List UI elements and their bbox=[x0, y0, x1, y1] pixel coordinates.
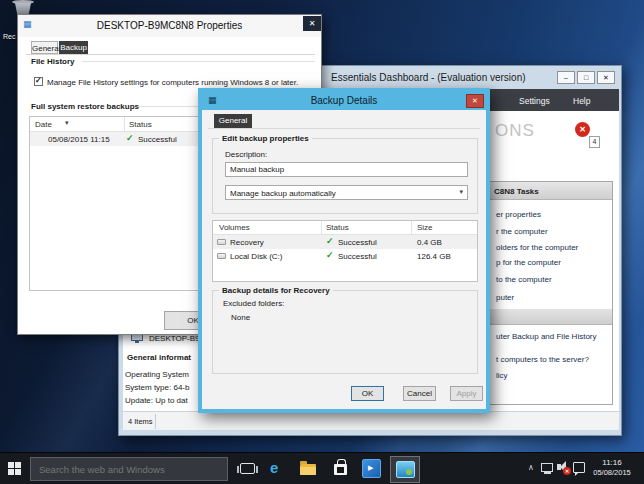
properties-titlebar: ▦ DESKTOP-B9MC8N8 Properties bbox=[18, 15, 321, 37]
info-system-type: System type: 64-b bbox=[125, 383, 189, 392]
column-status[interactable]: Status bbox=[326, 223, 349, 232]
file-history-heading: File History bbox=[31, 57, 75, 66]
dashboard-app-icon bbox=[396, 461, 415, 478]
column-status[interactable]: Status bbox=[129, 120, 152, 129]
task-link[interactable]: licy bbox=[496, 371, 508, 380]
close-button[interactable]: ✕ bbox=[466, 94, 484, 108]
maximize-button[interactable]: □ bbox=[577, 71, 595, 84]
edge-icon[interactable]: e bbox=[270, 459, 278, 476]
task-link[interactable]: puter bbox=[496, 293, 514, 302]
excluded-folders-value: None bbox=[231, 313, 250, 322]
minimize-button[interactable]: – bbox=[557, 71, 575, 84]
volume-icon bbox=[217, 239, 226, 245]
volumes-table: Volumes Status Size Recovery ✓ Successfu… bbox=[212, 220, 478, 282]
task-link[interactable]: p for the computer bbox=[496, 258, 561, 267]
alert-count-badge[interactable]: 4 bbox=[589, 136, 600, 148]
column-date[interactable]: Date bbox=[35, 120, 52, 129]
search-input[interactable] bbox=[30, 457, 228, 481]
column-divider bbox=[124, 117, 125, 132]
properties-window-title: DESKTOP-B9MC8N8 Properties bbox=[18, 20, 321, 31]
start-button[interactable] bbox=[8, 462, 21, 475]
store-button[interactable] bbox=[334, 464, 347, 475]
error-badge-icon: ✕ bbox=[575, 122, 590, 137]
task-link[interactable]: uter Backup and File History bbox=[496, 332, 597, 341]
backup-status: Successful bbox=[138, 135, 177, 144]
recycle-bin-label: Rec bbox=[3, 33, 15, 40]
dropdown-arrow-icon: ▾ bbox=[459, 188, 463, 196]
backup-details-heading: Backup details for Recovery bbox=[219, 286, 333, 295]
task-view-icon bbox=[240, 463, 255, 474]
volume-name: Local Disk (C:) bbox=[230, 252, 282, 261]
success-check-icon: ✓ bbox=[326, 237, 334, 246]
volume-icon bbox=[217, 253, 226, 259]
general-info-heading: General informat bbox=[127, 353, 191, 362]
file-explorer-button[interactable] bbox=[300, 464, 316, 475]
edit-backup-group: Edit backup properties Description: Mana… bbox=[212, 138, 478, 214]
network-tray-button[interactable] bbox=[541, 463, 553, 472]
success-check-icon: ✓ bbox=[126, 134, 134, 143]
tab-backup[interactable]: Backup bbox=[59, 41, 88, 54]
ok-button[interactable]: OK bbox=[351, 386, 384, 401]
description-input[interactable] bbox=[225, 162, 468, 177]
tab-divider bbox=[26, 54, 315, 55]
table-row[interactable]: Local Disk (C:) ✓ Successful 126.4 GB bbox=[213, 249, 477, 263]
backup-details-group: Backup details for Recovery Excluded fol… bbox=[212, 290, 478, 374]
close-icon: ✕ bbox=[603, 74, 609, 81]
tasks-header-label: C8N8 Tasks bbox=[494, 187, 539, 196]
menu-settings[interactable]: Settings bbox=[519, 96, 550, 106]
volume-size: 126.4 GB bbox=[417, 252, 451, 261]
notification-icon bbox=[573, 462, 585, 473]
schedule-selected-value: Manage backup automatically bbox=[230, 189, 336, 198]
clock-time: 11:16 bbox=[588, 457, 636, 468]
schedule-dropdown[interactable]: Manage backup automatically ▾ bbox=[225, 185, 468, 200]
edit-backup-heading: Edit backup properties bbox=[219, 134, 312, 143]
menu-help[interactable]: Help bbox=[573, 96, 590, 106]
dashboard-taskbar-button[interactable] bbox=[390, 456, 420, 483]
close-icon: ✕ bbox=[309, 19, 316, 28]
volume-tray-button[interactable]: ✕ bbox=[557, 464, 561, 470]
tab-divider bbox=[208, 128, 480, 129]
clock-date: 05/08/2015 bbox=[588, 468, 636, 478]
task-link[interactable]: r the computer bbox=[496, 227, 548, 236]
success-check-icon: ✓ bbox=[326, 251, 334, 260]
dialog-title: Backup Details bbox=[202, 95, 486, 106]
essentials-connector-button[interactable]: ▶ bbox=[362, 459, 381, 478]
table-header: Volumes Status Size bbox=[213, 221, 477, 235]
folder-icon bbox=[300, 464, 316, 475]
close-button[interactable]: ✕ bbox=[597, 71, 615, 84]
task-link[interactable]: er properties bbox=[496, 210, 541, 219]
close-button[interactable]: ✕ bbox=[303, 16, 321, 31]
maximize-icon: □ bbox=[584, 74, 588, 81]
volume-size: 0.4 GB bbox=[417, 238, 442, 247]
column-divider bbox=[411, 221, 412, 235]
restore-backups-heading: Full system restore backups bbox=[31, 102, 139, 111]
tray-chevron-icon[interactable]: ∧ bbox=[528, 463, 534, 472]
table-row[interactable]: Recovery ✓ Successful 0.4 GB bbox=[213, 235, 477, 249]
task-link[interactable]: olders for the computer bbox=[496, 243, 578, 252]
file-history-checkbox[interactable]: ✓ bbox=[34, 77, 43, 86]
apply-button[interactable]: Apply bbox=[450, 386, 483, 401]
connector-app-icon: ▶ bbox=[362, 459, 381, 478]
volume-name: Recovery bbox=[230, 238, 264, 247]
file-history-checkbox-label: Manage File History settings for compute… bbox=[47, 78, 298, 87]
tab-general[interactable]: General bbox=[214, 114, 252, 128]
cancel-button[interactable]: Cancel bbox=[403, 386, 436, 401]
excluded-folders-label: Excluded folders: bbox=[223, 299, 284, 308]
dashboard-statusbar: 4 Items bbox=[123, 411, 619, 430]
speaker-icon bbox=[557, 464, 561, 470]
column-divider bbox=[321, 221, 322, 235]
backup-details-dialog: ▦ Backup Details ✕ General Edit backup p… bbox=[198, 88, 490, 413]
backup-date: 05/08/2015 11:15 bbox=[48, 135, 110, 144]
action-center-button[interactable] bbox=[573, 462, 585, 473]
column-volumes[interactable]: Volumes bbox=[219, 223, 250, 232]
task-link[interactable]: t computers to the server? bbox=[496, 355, 589, 364]
description-label: Description: bbox=[225, 150, 267, 159]
volume-status: Successful bbox=[338, 252, 377, 261]
store-bag-icon bbox=[334, 464, 347, 475]
task-view-button[interactable] bbox=[240, 463, 255, 474]
task-link[interactable]: to the computer bbox=[496, 275, 552, 284]
tab-general[interactable]: General bbox=[31, 41, 58, 54]
clock[interactable]: 11:16 05/08/2015 bbox=[588, 457, 636, 481]
info-update: Update: Up to dat bbox=[125, 396, 188, 405]
column-size[interactable]: Size bbox=[417, 223, 433, 232]
